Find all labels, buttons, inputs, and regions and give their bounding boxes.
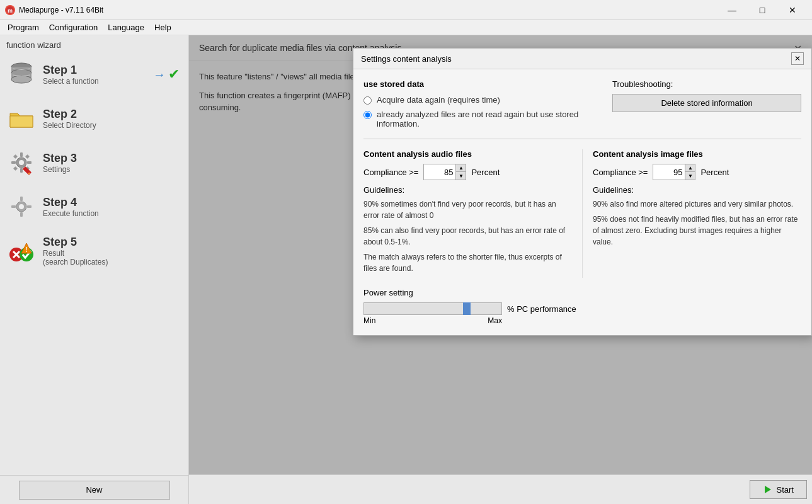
slider-thumb[interactable] bbox=[463, 302, 471, 315]
slider-track[interactable] bbox=[363, 302, 502, 315]
audio-spinner-up[interactable]: ▲ bbox=[455, 164, 466, 172]
start-label: Start bbox=[777, 485, 794, 495]
start-area: Start bbox=[189, 474, 812, 504]
step1-text: Step 1 Select a function bbox=[43, 64, 153, 86]
image-compliance-input[interactable] bbox=[653, 166, 685, 178]
modal-title: Settings content analysis bbox=[361, 54, 452, 64]
svg-rect-13 bbox=[13, 154, 18, 159]
new-button[interactable]: New bbox=[19, 481, 170, 500]
svg-rect-10 bbox=[20, 168, 23, 173]
sidebar-item-step2[interactable]: Step 2 Select Directory bbox=[0, 96, 188, 140]
max-label: Max bbox=[488, 316, 502, 325]
step3-desc: Settings bbox=[43, 165, 182, 174]
menu-program[interactable]: Program bbox=[3, 21, 44, 33]
sidebar-item-step1[interactable]: Step 1 Select a function → ✔ bbox=[0, 52, 188, 96]
step1-desc: Select a function bbox=[43, 77, 153, 86]
close-button[interactable]: ✕ bbox=[778, 1, 807, 19]
image-compliance-input-wrap: ▲ ▼ bbox=[653, 164, 695, 180]
audio-compliance-row: Compliance >= ▲ ▼ Percent bbox=[363, 164, 572, 180]
step2-desc: Select Directory bbox=[43, 121, 182, 130]
settings-modal: Settings content analysis ✕ Troubleshoot… bbox=[353, 48, 812, 336]
step1-number: Step 1 bbox=[43, 64, 153, 77]
function-wizard-label: function wizard bbox=[0, 35, 188, 52]
image-compliance-row: Compliance >= ▲ ▼ Percent bbox=[593, 164, 801, 180]
power-labels: Min Max bbox=[363, 316, 502, 325]
sidebar-item-step3[interactable]: Step 3 Settings bbox=[0, 140, 188, 185]
slider-container: % PC performance bbox=[363, 302, 801, 315]
audio-compliance-input[interactable] bbox=[424, 166, 455, 178]
modal-title-bar: Settings content analysis ✕ bbox=[353, 49, 811, 69]
step2-number: Step 2 bbox=[43, 108, 182, 121]
start-button[interactable]: Start bbox=[750, 480, 807, 499]
step3-number: Step 3 bbox=[43, 152, 182, 165]
image-guideline2: 95% does not find heavily modified files… bbox=[593, 214, 801, 248]
power-title: Power setting bbox=[363, 288, 801, 297]
audio-guideline2: 85% can also find very poor records, but… bbox=[363, 225, 572, 248]
image-compliance-label: Compliance >= bbox=[593, 168, 648, 177]
audio-guidelines-title: Guidelines: bbox=[363, 185, 572, 195]
step5-desc: Result(search Duplicates) bbox=[43, 249, 182, 266]
menu-bar: Program Configuration Language Help bbox=[0, 20, 812, 35]
title-bar: m Mediapurge - v7.11 64Bit — □ ✕ bbox=[0, 0, 812, 20]
min-label: Min bbox=[363, 316, 375, 325]
step3-text: Step 3 Settings bbox=[43, 152, 182, 174]
main-container: function wizard Step 1 Select a fun bbox=[0, 35, 812, 504]
menu-language[interactable]: Language bbox=[103, 21, 149, 33]
audio-compliance-input-wrap: ▲ ▼ bbox=[423, 164, 466, 180]
audio-spinner-down[interactable]: ▼ bbox=[455, 172, 466, 180]
step2-icon bbox=[6, 103, 37, 134]
app-icon: m bbox=[5, 5, 15, 15]
svg-rect-15 bbox=[13, 166, 18, 171]
modal-close-button[interactable]: ✕ bbox=[791, 52, 804, 65]
radio-group: Acquire data again (requires time) alrea… bbox=[363, 95, 602, 129]
audio-percent-label: Percent bbox=[471, 168, 500, 177]
sidebar-item-step5[interactable]: ! Step 5 Result(search Duplicates) bbox=[0, 229, 188, 273]
menu-configuration[interactable]: Configuration bbox=[44, 21, 103, 33]
delete-stored-info-button[interactable]: Delete stored information bbox=[612, 94, 801, 112]
troubleshooting-title: Troubleshooting: bbox=[612, 79, 801, 89]
window-title: Mediapurge - v7.11 64Bit bbox=[19, 6, 718, 14]
minimize-button[interactable]: — bbox=[718, 1, 746, 19]
svg-rect-11 bbox=[11, 161, 16, 164]
svg-point-6 bbox=[11, 76, 31, 83]
radio-acquire-data[interactable] bbox=[363, 96, 372, 105]
image-guideline1: 90% also find more altered pictures and … bbox=[593, 198, 801, 210]
image-spinner: ▲ ▼ bbox=[685, 164, 695, 180]
step3-icon bbox=[6, 147, 37, 178]
audio-analysis-title: Content analysis audio files bbox=[363, 149, 572, 159]
audio-guideline3: The match always refers to the shorter f… bbox=[363, 251, 572, 274]
radio-row-1: Acquire data again (requires time) bbox=[363, 95, 602, 105]
modal-overlay: Settings content analysis ✕ Troubleshoot… bbox=[189, 35, 812, 504]
analysis-columns: Content analysis audio files Compliance … bbox=[363, 149, 801, 278]
start-icon bbox=[763, 484, 773, 495]
menu-help[interactable]: Help bbox=[149, 21, 176, 33]
svg-rect-21 bbox=[20, 197, 23, 201]
step2-text: Step 2 Select Directory bbox=[43, 108, 182, 130]
step4-number: Step 4 bbox=[43, 196, 182, 209]
step1-icon bbox=[6, 59, 37, 89]
image-percent-label: Percent bbox=[700, 168, 729, 177]
svg-rect-9 bbox=[20, 152, 23, 157]
window-controls: — □ ✕ bbox=[718, 1, 807, 19]
step5-icon: ! bbox=[6, 236, 37, 266]
maximize-button[interactable]: □ bbox=[748, 1, 777, 19]
sidebar-bottom: New bbox=[0, 475, 188, 504]
step5-number: Step 5 bbox=[43, 236, 182, 249]
svg-text:m: m bbox=[8, 8, 13, 14]
audio-spinner: ▲ ▼ bbox=[455, 164, 466, 180]
image-spinner-down[interactable]: ▼ bbox=[685, 172, 695, 180]
radio1-label[interactable]: Acquire data again (requires time) bbox=[377, 95, 500, 105]
radio-use-stored[interactable] bbox=[363, 111, 372, 119]
image-spinner-up[interactable]: ▲ bbox=[685, 164, 695, 172]
pc-perf-label: % PC performance bbox=[507, 304, 576, 314]
step4-desc: Execute function bbox=[43, 209, 182, 218]
radio-row-2: already analyzed files are not read agai… bbox=[363, 110, 602, 129]
step4-icon bbox=[6, 192, 37, 222]
content-area: Search for duplicate media files via con… bbox=[189, 35, 812, 504]
step1-check-icon: ✔ bbox=[168, 66, 180, 83]
radio2-label[interactable]: already analyzed files are not read agai… bbox=[377, 110, 602, 129]
audio-compliance-label: Compliance >= bbox=[363, 168, 418, 177]
sidebar-item-step4[interactable]: Step 4 Execute function bbox=[0, 185, 188, 229]
svg-rect-14 bbox=[25, 154, 30, 159]
svg-rect-24 bbox=[27, 205, 31, 208]
